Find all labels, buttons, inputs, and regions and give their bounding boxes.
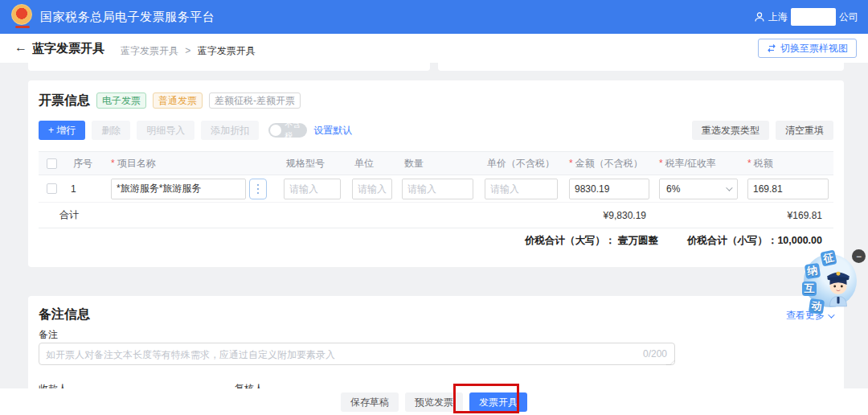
breadcrumb-item[interactable]: 蓝字发票开具 [121,45,178,56]
unit-input[interactable] [352,179,392,199]
toggle-label: 不含税 [285,119,307,142]
scrolled-card-stub [28,63,430,71]
minimize-assistant-button[interactable]: − [852,249,866,263]
invoice-line-table: 序号 *项目名称 规格型号 单位 数量 单价（不含税） *金额（不含税） *税率… [39,151,833,253]
col-header-amount: *金额（不含税） [563,157,653,171]
tax-input[interactable] [747,179,829,199]
set-default-link[interactable]: 设置默认 [313,124,352,138]
user-account[interactable]: 上海 公司 [754,0,858,34]
remark-textarea[interactable] [39,343,675,365]
redacted-company-name [791,8,836,26]
more-options-icon[interactable] [249,179,267,199]
tax-bureau-logo-icon [11,4,32,25]
row-checkbox[interactable] [47,183,57,194]
amount-input[interactable] [569,179,649,199]
tax-excluded-toggle[interactable]: 不含税 [268,123,307,138]
col-header-quantity: 数量 [395,157,478,171]
preview-invoice-button[interactable]: 预览发票 [405,392,463,412]
tag-electronic-invoice: 电子发票 [96,92,146,109]
add-row-button[interactable]: + 增行 [39,121,85,140]
chevron-down-icon [726,184,732,191]
assistant-char: 纳 [805,263,821,279]
unit-price-input[interactable] [485,179,558,199]
invoice-info-card: 开票信息 电子发票 普通发票 差额征税-差额开票 + 增行 删除 明细导入 添加… [28,80,844,267]
user-name-prefix: 上海 [768,10,788,24]
project-name-input[interactable] [111,179,246,199]
col-header-tax-rate: *税率/征收率 [653,157,741,171]
select-all-checkbox[interactable] [47,158,57,169]
grand-total-row: 价税合计（大写）： 壹万圆整 价税合计（小写）：10,000.00 [39,228,833,253]
user-name-suffix: 公司 [839,10,858,24]
switch-to-sample-view-button[interactable]: 切换至票样视图 [758,39,857,58]
table-header-row: 序号 *项目名称 规格型号 单位 数量 单价（不含税） *金额（不含税） *税率… [39,151,833,175]
totals-row: 合计 ¥9,830.19 ¥169.81 [39,203,833,228]
add-discount-button[interactable]: 添加折扣 [201,121,259,140]
reselect-invoice-type-button[interactable]: 重选发票类型 [692,121,769,140]
breadcrumb-item-current: 蓝字发票开具 [198,45,256,56]
char-counter: 0/200 [643,348,667,360]
total-tax: ¥169.81 [741,210,833,221]
row-index: 1 [64,183,104,195]
spec-input[interactable] [284,179,341,199]
issue-invoice-button[interactable]: 发票开具 [469,392,527,412]
grand-total-in-words: 价税合计（大写）： 壹万圆整 [525,234,658,248]
col-header-unit-price: 单价（不含税） [478,157,563,171]
footer-action-bar: 保存草稿 预览发票 发票开具 [0,388,868,415]
swap-icon [767,44,776,52]
switch-view-label: 切换至票样视图 [780,42,848,55]
assistant-char: 互 [802,281,817,296]
tax-assistant-widget[interactable]: 征 纳 互 动 [800,251,858,315]
tax-rate-select[interactable]: 6% [659,179,738,199]
remark-info-title: 备注信息 [39,306,90,323]
total-label: 合计 [59,208,79,222]
breadcrumb: 蓝字发票开具 > 蓝字发票开具 [121,44,256,58]
user-icon [754,11,765,23]
breadcrumb-bar: ← 蓝字发票开具 蓝字发票开具 > 蓝字发票开具 切换至票样视图 [0,34,868,63]
breadcrumb-separator: > [185,45,190,56]
table-row: 1 6% [39,175,833,203]
clear-refill-button[interactable]: 清空重填 [776,121,833,140]
tax-officer-mascot-icon [820,262,857,309]
col-header-spec: 规格型号 [277,157,346,171]
scrolled-card-stub [438,63,844,71]
total-amount: ¥9,830.19 [563,210,653,221]
back-arrow-icon[interactable]: ← [14,40,27,55]
app-header: 国家税务总局电子发票服务平台 上海 公司 [0,0,868,34]
col-header-index: 序号 [64,157,104,171]
page-title: 蓝字发票开具 [32,41,104,56]
save-draft-button[interactable]: 保存草稿 [341,392,399,412]
detail-import-button[interactable]: 明细导入 [137,121,194,140]
quantity-input[interactable] [402,179,473,199]
tag-ordinary-invoice: 普通发票 [153,92,203,109]
tag-differential-tax: 差额征税-差额开票 [209,92,301,109]
invoice-info-title: 开票信息 [39,92,90,109]
col-header-tax: *税额 [741,157,833,171]
col-header-unit: 单位 [346,157,395,171]
tax-rate-value: 6% [666,183,680,195]
app-title: 国家税务总局电子发票服务平台 [40,10,215,25]
delete-row-button[interactable]: 删除 [92,121,130,140]
col-header-project-name: *项目名称 [104,157,277,171]
grand-total-in-figures: 价税合计（小写）：10,000.00 [687,234,822,248]
toggle-knob [270,125,281,136]
remark-field-label: 备注 [39,328,833,341]
